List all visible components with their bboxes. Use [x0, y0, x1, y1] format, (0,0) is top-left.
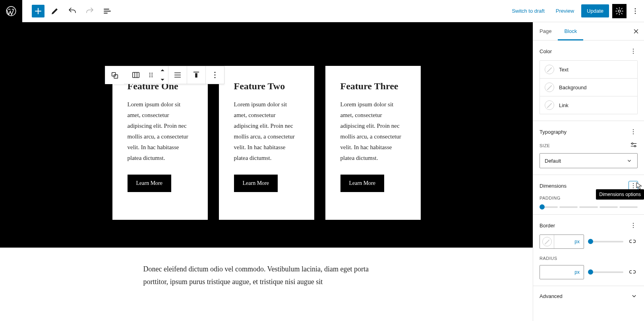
font-size-select[interactable]: Default	[540, 153, 638, 168]
svg-point-10	[149, 75, 151, 76]
color-panel-title: Color	[540, 48, 552, 54]
radius-label: RADIUS	[540, 256, 557, 261]
svg-rect-14	[195, 73, 197, 77]
svg-point-12	[149, 76, 151, 77]
color-background-label: Background	[559, 85, 586, 90]
typography-panel-title: Typography	[540, 129, 567, 135]
svg-point-3	[635, 10, 636, 12]
svg-point-21	[633, 129, 634, 130]
vertical-align-button[interactable]	[187, 66, 205, 84]
edit-mode-button[interactable]	[48, 4, 62, 18]
undo-button[interactable]	[65, 4, 79, 18]
svg-point-11	[151, 75, 153, 76]
padding-label: PADDING	[540, 196, 561, 200]
color-background-row[interactable]: Background	[540, 79, 638, 96]
editor-canvas[interactable]: Feature One Lorem ipsum dolor sit amet, …	[0, 22, 533, 321]
unlink-sides-button[interactable]	[627, 236, 638, 247]
column-body[interactable]: Lorem ipsum dolor sit amet, consectetur …	[128, 99, 193, 163]
svg-point-22	[633, 131, 634, 132]
svg-point-13	[151, 76, 153, 77]
column-block[interactable]: Feature One Lorem ipsum dolor sit amet, …	[112, 66, 208, 220]
settings-button[interactable]	[612, 4, 627, 18]
block-toolbar	[105, 66, 224, 84]
tab-block[interactable]: Block	[558, 22, 583, 40]
settings-sidebar: Page Block Color Text	[533, 22, 644, 321]
typography-options-button[interactable]	[629, 127, 638, 136]
border-radius-slider[interactable]	[588, 271, 623, 273]
learn-more-button[interactable]: Learn More	[340, 175, 384, 192]
svg-point-20	[633, 53, 634, 54]
color-text-label: Text	[559, 67, 569, 73]
column-title[interactable]: Feature Two	[234, 81, 299, 92]
chevron-down-icon	[630, 292, 638, 300]
border-width-slider[interactable]	[588, 241, 623, 242]
svg-rect-5	[112, 73, 116, 76]
svg-point-30	[633, 225, 634, 226]
learn-more-button[interactable]: Learn More	[234, 175, 278, 192]
svg-point-29	[633, 223, 634, 224]
editor-options-button[interactable]	[630, 4, 641, 18]
svg-point-25	[634, 146, 636, 147]
column-block[interactable]: Feature Two Lorem ipsum dolor sit amet, …	[219, 66, 314, 220]
svg-point-9	[151, 73, 153, 74]
svg-point-2	[635, 8, 636, 9]
column-title[interactable]: Feature Three	[340, 81, 406, 92]
column-block[interactable]: Feature Three Lorem ipsum dolor sit amet…	[325, 66, 421, 220]
drag-handle[interactable]	[145, 66, 157, 84]
svg-point-18	[633, 49, 634, 50]
color-link-row[interactable]: Link	[540, 96, 638, 114]
dimensions-panel-title: Dimensions	[540, 183, 567, 189]
svg-point-1	[618, 10, 621, 12]
column-body[interactable]: Lorem ipsum dolor sit amet, consectetur …	[340, 99, 406, 163]
redo-button[interactable]	[83, 4, 97, 18]
switch-to-draft-button[interactable]: Switch to draft	[508, 5, 548, 17]
block-type-button[interactable]	[127, 66, 145, 84]
svg-point-27	[633, 185, 634, 186]
learn-more-button[interactable]: Learn More	[128, 175, 171, 192]
border-options-button[interactable]	[629, 221, 638, 230]
empty-swatch-icon	[545, 83, 554, 92]
dimensions-tooltip: Dimensions options	[596, 189, 644, 200]
document-overview-button[interactable]	[100, 4, 114, 18]
border-width-input[interactable]: px	[540, 235, 584, 249]
dimensions-options-button[interactable]	[629, 181, 638, 190]
close-sidebar-button[interactable]	[628, 23, 644, 39]
block-parent-button[interactable]	[106, 67, 124, 84]
border-unit[interactable]: px	[554, 235, 584, 248]
svg-point-4	[635, 13, 636, 14]
paragraph-block[interactable]: Donec eleifend dictum odio vel commodo. …	[135, 263, 398, 288]
block-options-button[interactable]	[206, 66, 224, 84]
tab-page[interactable]: Page	[533, 22, 558, 40]
font-size-value: Default	[545, 158, 561, 164]
unlink-radii-button[interactable]	[627, 267, 638, 277]
color-text-row[interactable]: Text	[540, 60, 638, 79]
color-link-label: Link	[559, 102, 569, 108]
border-panel-title: Border	[540, 223, 555, 229]
svg-point-31	[633, 227, 634, 228]
svg-point-26	[633, 183, 634, 184]
update-button[interactable]: Update	[581, 4, 609, 17]
padding-slider[interactable]	[540, 206, 638, 208]
svg-point-24	[632, 143, 633, 144]
svg-point-28	[633, 187, 634, 188]
wordpress-logo[interactable]	[0, 0, 22, 22]
radius-unit[interactable]: px	[560, 265, 584, 279]
empty-swatch-icon	[545, 65, 554, 74]
border-radius-input[interactable]: px	[540, 265, 584, 279]
align-button[interactable]	[168, 66, 187, 84]
preview-button[interactable]: Preview	[552, 5, 578, 17]
svg-point-17	[215, 77, 216, 78]
block-inserter-button[interactable]	[32, 5, 44, 17]
advanced-title: Advanced	[540, 293, 563, 299]
block-mover[interactable]	[157, 66, 168, 84]
svg-point-8	[149, 73, 151, 74]
column-body[interactable]: Lorem ipsum dolor sit amet, consectetur …	[234, 99, 299, 163]
svg-rect-6	[114, 75, 118, 78]
svg-point-19	[633, 51, 634, 52]
custom-size-button[interactable]	[630, 141, 638, 150]
size-label: SIZE	[540, 143, 550, 148]
svg-point-15	[215, 72, 216, 73]
advanced-panel-toggle[interactable]: Advanced	[533, 286, 644, 306]
color-options-button[interactable]	[629, 47, 638, 56]
empty-swatch-icon	[542, 237, 552, 246]
